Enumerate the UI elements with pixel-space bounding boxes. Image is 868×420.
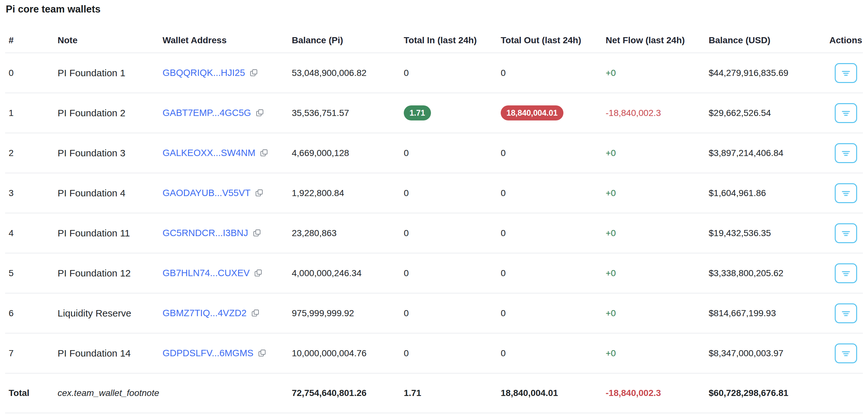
balance-usd-value: $44,279,916,835.69	[709, 68, 788, 78]
table-row: 0 PI Foundation 1 GBQQRIQK...HJI25 53,04…	[5, 53, 863, 93]
net-flow-value: +0	[606, 348, 616, 358]
table-body: 0 PI Foundation 1 GBQQRIQK...HJI25 53,04…	[5, 53, 863, 373]
table-row: 5 PI Foundation 12 GB7HLN74...CUXEV 4,00…	[5, 253, 863, 293]
total-out-cell: 0	[501, 268, 606, 278]
total-out-cell: 0	[501, 348, 606, 359]
wallet-address-link[interactable]: GBMZ7TIQ...4VZD2	[162, 308, 247, 318]
total-out-value: 0	[501, 348, 506, 358]
filter-action-button[interactable]	[835, 103, 857, 123]
net-flow-cell: +0	[606, 308, 709, 318]
filter-icon	[840, 229, 851, 238]
total-out-value: 0	[501, 148, 506, 158]
total-total-out: 18,840,004.01	[501, 388, 606, 398]
wallet-note: PI Foundation 12	[58, 268, 162, 279]
wallet-note: Liquidity Reserve	[58, 308, 162, 319]
balance-usd-value: $1,604,961.86	[709, 188, 766, 198]
total-in-value: 0	[404, 268, 409, 278]
total-total-in: 1.71	[404, 388, 501, 398]
wallet-address-link[interactable]: GABT7EMP...4GC5G	[162, 108, 251, 118]
total-out-value: 0	[501, 188, 506, 198]
net-flow-cell: -18,840,002.3	[606, 108, 709, 118]
total-out-value: 0	[501, 68, 506, 78]
wallet-address-link[interactable]: GB7HLN74...CUXEV	[162, 268, 250, 278]
wallet-address-cell: GDPDSLFV...6MGMS	[162, 348, 292, 359]
balance-pi-value: 1,922,800.84	[292, 188, 344, 198]
copy-icon[interactable]	[252, 228, 262, 238]
filter-action-button[interactable]	[835, 183, 857, 203]
total-in-value: 0	[404, 228, 409, 238]
net-flow-value: +0	[606, 188, 616, 198]
row-index-value: 1	[9, 108, 14, 118]
copy-icon[interactable]	[249, 68, 258, 78]
column-header-net-flow: Net Flow (last 24h)	[606, 35, 709, 46]
wallet-address-cell: GB7HLN74...CUXEV	[162, 268, 292, 278]
filter-action-button[interactable]	[835, 263, 857, 283]
filter-action-button[interactable]	[835, 303, 857, 323]
total-in-value: 0	[404, 188, 409, 198]
filter-action-button[interactable]	[835, 343, 857, 363]
actions-cell	[829, 303, 863, 323]
wallet-note-value: PI Foundation 14	[58, 348, 131, 359]
copy-icon[interactable]	[259, 148, 269, 158]
total-in-value: 0	[404, 148, 409, 158]
copy-icon[interactable]	[253, 269, 263, 278]
total-in-value: 1.71	[404, 105, 431, 120]
filter-icon	[840, 149, 851, 158]
filter-action-button[interactable]	[835, 63, 857, 83]
balance-pi-value: 4,000,000,246.34	[292, 268, 362, 278]
actions-cell	[829, 263, 863, 283]
actions-cell	[829, 143, 863, 163]
copy-icon[interactable]	[250, 309, 260, 318]
total-out-value: 0	[501, 268, 506, 278]
total-in-value: 0	[404, 348, 409, 358]
wallet-address-link[interactable]: GDPDSLFV...6MGMS	[162, 348, 253, 359]
column-header-actions: Actions	[829, 35, 863, 46]
total-balance-usd: $60,728,298,676.81	[709, 388, 829, 398]
balance-usd-cell: $814,667,199.93	[709, 308, 829, 318]
column-header-wallet-address: Wallet Address	[162, 35, 292, 46]
filter-action-button[interactable]	[835, 143, 857, 163]
total-out-value: 18,840,004.01	[501, 105, 563, 120]
wallet-note: PI Foundation 4	[58, 188, 162, 199]
copy-icon[interactable]	[255, 108, 265, 118]
net-flow-cell: +0	[606, 68, 709, 78]
total-out-cell: 0	[501, 188, 606, 198]
wallets-page: Pi core team wallets # Note Wallet Addre…	[0, 0, 868, 413]
total-balance-pi: 72,754,640,801.26	[292, 388, 404, 398]
net-flow-value: +0	[606, 148, 616, 158]
balance-pi-value: 4,669,000,128	[292, 148, 349, 158]
column-header-balance-pi: Balance (Pi)	[292, 35, 404, 46]
wallet-note-value: PI Foundation 2	[58, 108, 125, 118]
wallet-note-value: PI Foundation 3	[58, 148, 125, 158]
copy-icon[interactable]	[254, 188, 264, 198]
wallet-address-link[interactable]: GBQQRIQK...HJI25	[162, 67, 245, 78]
column-header-balance-usd: Balance (USD)	[709, 35, 829, 46]
total-out-cell: 18,840,004.01	[501, 105, 606, 120]
wallet-address-link[interactable]: GAODAYUB...V55VT	[162, 188, 250, 198]
column-header-total-in: Total In (last 24h)	[404, 35, 501, 46]
total-in-cell: 0	[404, 268, 501, 278]
table-row: 7 PI Foundation 14 GDPDSLFV...6MGMS 10,0…	[5, 334, 863, 373]
wallet-address-link[interactable]: GALKEOXX...SW4NM	[162, 148, 255, 158]
table-row: 1 PI Foundation 2 GABT7EMP...4GC5G 35,53…	[5, 93, 863, 133]
row-index: 5	[9, 268, 58, 278]
row-index: 1	[9, 108, 58, 118]
column-header-note: Note	[58, 35, 162, 46]
balance-pi-value: 10,000,000,004.76	[292, 348, 367, 358]
row-index: 6	[9, 308, 58, 318]
balance-pi-cell: 53,048,900,006.82	[292, 68, 404, 78]
copy-icon[interactable]	[257, 348, 267, 358]
balance-pi-value: 975,999,999.92	[292, 308, 354, 318]
total-in-cell: 0	[404, 228, 501, 239]
net-flow-value: +0	[606, 268, 616, 278]
row-index: 4	[9, 228, 58, 239]
wallet-address-link[interactable]: GC5RNDCR...I3BNJ	[162, 228, 248, 239]
balance-usd-value: $3,897,214,406.84	[709, 148, 783, 158]
filter-action-button[interactable]	[835, 223, 857, 243]
row-index: 2	[9, 148, 58, 158]
row-index-value: 6	[9, 308, 14, 318]
balance-pi-value: 53,048,900,006.82	[292, 68, 367, 78]
balance-usd-value: $29,662,526.54	[709, 108, 771, 118]
total-label: Total	[9, 388, 58, 398]
balance-pi-cell: 23,280,863	[292, 228, 404, 239]
